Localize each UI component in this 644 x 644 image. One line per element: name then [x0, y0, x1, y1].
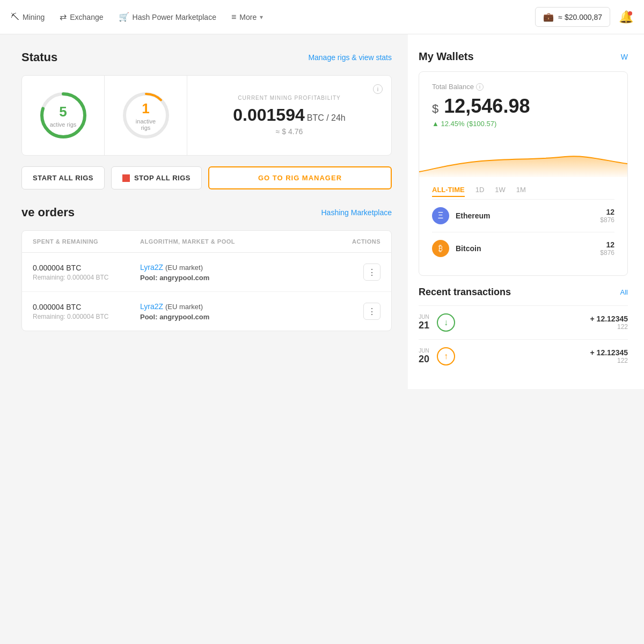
cart-icon: 🛒 — [119, 12, 129, 22]
order-btc-0: 0.000004 BTC — [33, 264, 140, 272]
wallets-link[interactable]: W — [621, 53, 628, 61]
notification-dot — [628, 11, 632, 16]
balance-amount: $ 12,546.98 — [432, 95, 614, 118]
wallets-header: My Wallets W — [419, 50, 628, 63]
time-tabs: ALL-TIME 1D 1W 1M — [432, 179, 614, 199]
list-item: JUN 20 ↑ + 12.12345 122 — [419, 339, 628, 373]
stop-icon — [122, 174, 130, 182]
col-actions-header: ACTIONS — [338, 238, 380, 245]
order-pool-0: Pool: angrypool.com — [140, 274, 338, 282]
balance-change: ▲ 12.45% ($100.57) — [432, 120, 614, 128]
nav-exchange-label: Exchange — [70, 13, 103, 21]
orders-section: ve orders Hashing Marketplace SPENT & RE… — [21, 206, 392, 331]
menu-icon: ≡ — [231, 12, 236, 22]
transactions-section: Recent transactions All JUN 21 ↓ + 12.12… — [419, 287, 628, 373]
tx-amount-1: + 12.12345 — [590, 348, 628, 357]
active-rigs-card: 5 active rigs — [22, 76, 105, 155]
inactive-rigs-card: 1 inactive rigs — [105, 76, 187, 155]
manage-rigs-link[interactable]: Manage rigs & view stats — [308, 53, 392, 62]
stop-rigs-label: STOP ALL RIGS — [134, 174, 191, 182]
order-remaining-1: Remaining: 0.000004 BTC — [33, 313, 140, 320]
order-algo-link-0[interactable]: Lyra2Z (EU market) — [140, 263, 203, 272]
tx-values-1: + 12.12345 122 — [590, 348, 628, 364]
col-spent-header: SPENT & REMAINING — [33, 238, 140, 245]
tab-alltime[interactable]: ALL-TIME — [432, 186, 465, 197]
status-title: Status — [21, 50, 57, 64]
order-spent-0: 0.000004 BTC Remaining: 0.000004 BTC — [33, 264, 140, 281]
bitcoin-wallet-row: ₿ Bitcoin 12 $876 — [432, 232, 614, 265]
bitcoin-amount: 12 — [600, 240, 614, 249]
profitability-label: CURRENT MINING PROFITABILITY — [238, 95, 341, 101]
balance-label: Total Balance i — [432, 83, 614, 91]
table-row: 0.000004 BTC Remaining: 0.000004 BTC Lyr… — [22, 253, 391, 292]
table-row: 0.000004 BTC Remaining: 0.000004 BTC Lyr… — [22, 292, 391, 331]
exchange-icon: ⇄ — [60, 12, 67, 22]
transactions-header: Recent transactions All — [419, 287, 628, 298]
nav-items: ⛏ Mining ⇄ Exchange 🛒 Hash Power Marketp… — [11, 12, 535, 22]
nav-exchange[interactable]: ⇄ Exchange — [60, 12, 103, 22]
main-content: Status Manage rigs & view stats 5 active… — [0, 34, 644, 389]
order-remaining-0: Remaining: 0.000004 BTC — [33, 274, 140, 281]
wallet-icon: 💼 — [543, 12, 554, 22]
order-menu-button-0[interactable]: ⋮ — [363, 264, 380, 281]
order-algo-link-1[interactable]: Lyra2Z (EU market) — [140, 302, 203, 311]
inactive-rigs-number: 1 — [133, 100, 159, 117]
bitcoin-name: Bitcoin — [456, 244, 600, 253]
tab-1d[interactable]: 1D — [475, 186, 485, 197]
bitcoin-values: 12 $876 — [600, 240, 614, 257]
inactive-rigs-label: inactive rigs — [133, 118, 159, 131]
orders-section-header: ve orders Hashing Marketplace — [21, 206, 392, 219]
rig-manager-button[interactable]: GO TO RIG MANAGER — [208, 166, 392, 189]
nav-marketplace-label: Hash Power Marketplace — [133, 13, 216, 21]
orders-table: SPENT & REMAINING ALGORITHM, MARKET & PO… — [21, 230, 392, 331]
ethereum-values: 12 $876 — [600, 208, 614, 224]
nav-marketplace[interactable]: 🛒 Hash Power Marketplace — [119, 12, 216, 22]
tab-1w[interactable]: 1W — [495, 186, 506, 197]
transactions-all-link[interactable]: All — [620, 288, 628, 296]
notification-button[interactable]: 🔔 — [619, 10, 633, 24]
chevron-down-icon: ▾ — [260, 13, 263, 21]
bitcoin-usd: $876 — [600, 249, 614, 257]
nav-mining-label: Mining — [23, 13, 45, 21]
ethereum-usd: $876 — [600, 216, 614, 224]
nav-more-label: More — [239, 13, 257, 21]
order-actions-0: ⋮ — [338, 264, 380, 281]
start-rigs-label: START ALL RIGS — [33, 174, 93, 182]
wallet-balance-button[interactable]: 💼 ≈ $20.000,87 — [535, 7, 610, 27]
mining-icon: ⛏ — [11, 12, 19, 22]
profitability-unit: BTC / 24h — [307, 113, 346, 122]
tab-1m[interactable]: 1M — [516, 186, 526, 197]
orders-title: ve orders — [21, 206, 75, 219]
order-algo-0: Lyra2Z (EU market) Pool: angrypool.com — [140, 262, 338, 282]
navbar: ⛏ Mining ⇄ Exchange 🛒 Hash Power Marketp… — [0, 0, 644, 34]
profitability-card: i CURRENT MINING PROFITABILITY 0.001594B… — [187, 76, 391, 155]
tx-amount-0: + 12.12345 — [590, 314, 628, 323]
nav-mining[interactable]: ⛏ Mining — [11, 12, 45, 22]
hashing-marketplace-link[interactable]: Hashing Marketplace — [321, 208, 392, 217]
profitability-value: 0.001594BTC / 24h — [233, 105, 346, 125]
ethereum-amount: 12 — [600, 208, 614, 216]
wallets-title: My Wallets — [419, 50, 474, 63]
balance-info-icon[interactable]: i — [476, 83, 484, 91]
nav-more[interactable]: ≡ More ▾ — [231, 12, 263, 22]
transactions-title: Recent transactions — [419, 287, 511, 298]
active-rigs-circle: 5 active rigs — [36, 89, 90, 142]
tx-usd-0: 122 — [590, 323, 628, 331]
status-section-header: Status Manage rigs & view stats — [21, 50, 392, 64]
bitcoin-icon: ₿ — [432, 240, 449, 257]
stop-all-rigs-button[interactable]: STOP ALL RIGS — [111, 166, 202, 189]
order-pool-1: Pool: angrypool.com — [140, 313, 338, 321]
active-rigs-number: 5 — [50, 104, 77, 120]
ethereum-name: Ethereum — [456, 211, 600, 220]
order-btc-1: 0.000004 BTC — [33, 303, 140, 311]
inactive-rigs-circle: 1 inactive rigs — [119, 89, 173, 142]
order-menu-button-1[interactable]: ⋮ — [363, 303, 380, 320]
right-panel: My Wallets W Total Balance i $ 12,546.98… — [408, 34, 644, 389]
info-icon[interactable]: i — [373, 84, 383, 94]
active-rigs-label: active rigs — [50, 121, 77, 128]
tx-download-icon-0: ↓ — [437, 313, 455, 332]
col-algo-header: ALGORITHM, MARKET & POOL — [140, 238, 338, 245]
start-all-rigs-button[interactable]: START ALL RIGS — [21, 166, 105, 189]
list-item: JUN 21 ↓ + 12.12345 122 — [419, 305, 628, 339]
action-buttons: START ALL RIGS STOP ALL RIGS GO TO RIG M… — [21, 166, 392, 189]
